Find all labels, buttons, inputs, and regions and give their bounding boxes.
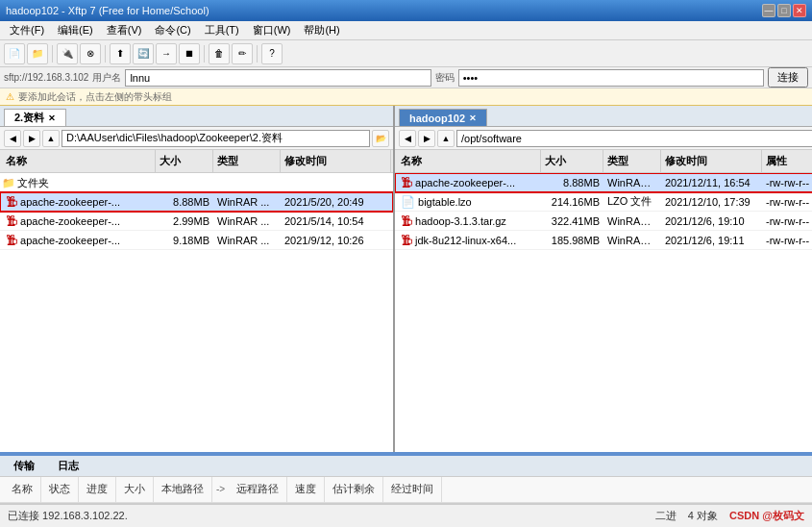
toolbar-up[interactable]: ⬆ xyxy=(110,43,131,64)
right-file-attr-1: -rw-rw-r-- xyxy=(762,196,812,208)
menu-edit[interactable]: 编辑(E) xyxy=(52,21,99,39)
transfer-col-remote-path: 远程路径 xyxy=(229,477,287,502)
address-protocol-label: sftp://192.168.3.102 xyxy=(4,72,88,83)
right-file-modified-0: 2021/12/11, 16:54 xyxy=(661,177,762,188)
menu-command[interactable]: 命令(C) xyxy=(149,21,196,39)
transfer-arrow: -> xyxy=(212,484,229,494)
left-header-name: 名称 xyxy=(2,150,156,172)
address-bar: sftp://192.168.3.102 用户名 密码 连接 xyxy=(0,67,812,88)
close-button[interactable]: ✕ xyxy=(793,4,806,17)
right-file-modified-2: 2021/12/6, 19:10 xyxy=(661,215,762,227)
left-file-name-1: 🗜 apache-zookeeper-... xyxy=(2,214,156,228)
right-tab-label: hadoop102 xyxy=(409,113,465,124)
left-file-modified-1: 2021/5/14, 10:54 xyxy=(281,215,391,227)
transfer-area: 传输 日志 名称 状态 进度 大小 本地路径 -> 远程路径 速度 估计剩余 经… xyxy=(0,454,812,504)
left-nav-up[interactable]: ▲ xyxy=(42,130,60,147)
menu-tools[interactable]: 工具(T) xyxy=(199,21,245,39)
transfer-col-speed: 速度 xyxy=(287,477,325,502)
toolbar-transfer[interactable]: → xyxy=(156,43,177,64)
toolbar-open[interactable]: 📁 xyxy=(27,43,48,64)
left-nav-back[interactable]: ◀ xyxy=(4,130,21,147)
right-header-modified: 修改时间 xyxy=(661,150,762,172)
left-file-row-0[interactable]: 🗜 apache-zookeeper-... 8.88MB WinRAR ...… xyxy=(0,192,393,212)
left-header-modified: 修改时间 xyxy=(281,150,391,172)
right-file-row-1[interactable]: 📄 bigtable.lzo 214.16MB LZO 文件 2021/12/1… xyxy=(395,192,812,212)
menu-view[interactable]: 查看(V) xyxy=(101,21,148,39)
right-file-size-3: 185.98MB xyxy=(541,235,603,246)
transfer-col-elapsed: 经过时间 xyxy=(383,477,442,502)
left-file-row-1[interactable]: 🗜 apache-zookeeper-... 2.99MB WinRAR ...… xyxy=(0,212,393,231)
toolbar: 📄 📁 🔌 ⊗ ⬆ 🔄 → ⏹ 🗑 ✏ ? xyxy=(0,40,812,67)
left-header-type: 类型 xyxy=(213,150,281,172)
notification-text: 要添加此会话，点击左侧的带头标组 xyxy=(18,90,172,104)
menu-file[interactable]: 文件(F) xyxy=(4,21,50,39)
right-file-type-0: WinRAR ... xyxy=(603,177,661,188)
right-tab-close[interactable]: ✕ xyxy=(469,113,477,123)
window-title: hadoop102 - Xftp 7 (Free for Home/School… xyxy=(6,5,209,16)
toolbar-refresh[interactable]: 🔄 xyxy=(133,43,154,64)
toolbar-separator2 xyxy=(105,45,106,63)
right-header-type: 类型 xyxy=(603,150,661,172)
left-file-icon-2: 🗜 xyxy=(6,234,17,247)
toolbar-new[interactable]: 📄 xyxy=(4,43,25,64)
toolbar-connect[interactable]: 🔌 xyxy=(57,43,78,64)
right-col-headers: 名称 大小 类型 修改时间 属性 所有者 xyxy=(395,150,812,173)
minimize-button[interactable]: — xyxy=(762,4,775,17)
right-file-icon-1: 📄 xyxy=(401,195,415,209)
right-file-attr-3: -rw-rw-r-- xyxy=(762,235,812,246)
right-file-name-1: 📄 bigtable.lzo xyxy=(397,195,541,209)
right-path-input[interactable] xyxy=(456,130,812,147)
transfer-col-size: 大小 xyxy=(116,477,154,502)
address-password-input[interactable] xyxy=(458,69,764,87)
toolbar-delete[interactable]: 🗑 xyxy=(209,43,230,64)
transfer-tab-transfer[interactable]: 传输 xyxy=(6,457,42,475)
left-file-type-1: WinRAR ... xyxy=(213,215,281,227)
left-panel-tabs: 2.资料 ✕ xyxy=(0,106,393,127)
right-nav-back[interactable]: ◀ xyxy=(399,130,416,147)
left-file-row-2[interactable]: 🗜 apache-zookeeper-... 9.18MB WinRAR ...… xyxy=(0,231,393,250)
right-file-size-0: 8.88MB xyxy=(541,177,603,188)
menu-help[interactable]: 帮助(H) xyxy=(298,21,345,39)
maximize-button[interactable]: □ xyxy=(777,4,791,17)
right-file-size-1: 214.16MB xyxy=(541,196,603,208)
toolbar-stop[interactable]: ⏹ xyxy=(179,43,200,64)
address-connect-button[interactable]: 连接 xyxy=(768,67,808,88)
notification-bar: ⚠ 要添加此会话，点击左侧的带头标组 xyxy=(0,88,812,106)
menu-window[interactable]: 窗口(W) xyxy=(247,21,297,39)
left-nav-forward[interactable]: ▶ xyxy=(23,130,40,147)
toolbar-rename[interactable]: ✏ xyxy=(232,43,253,64)
left-col-headers: 名称 大小 类型 修改时间 xyxy=(0,150,393,173)
right-tab[interactable]: hadoop102 ✕ xyxy=(399,109,487,126)
panel-right: hadoop102 ✕ ◀ ▶ ▲ 📂 名称 大小 类型 修改时间 属性 所有者… xyxy=(395,106,812,452)
right-file-type-3: WinRAR ... xyxy=(603,235,661,246)
right-file-type-1: LZO 文件 xyxy=(603,194,661,209)
toolbar-disconnect[interactable]: ⊗ xyxy=(80,43,101,64)
notification-icon: ⚠ xyxy=(6,91,14,102)
left-tab[interactable]: 2.资料 ✕ xyxy=(4,109,66,126)
left-tab-close[interactable]: ✕ xyxy=(48,113,56,123)
toolbar-separator xyxy=(52,45,53,63)
right-file-row-3[interactable]: 🗜 jdk-8u212-linux-x64... 185.98MB WinRAR… xyxy=(395,231,812,250)
right-file-row-0[interactable]: 🗜 apache-zookeeper-... 8.88MB WinRAR ...… xyxy=(395,173,812,192)
address-user-input[interactable] xyxy=(125,69,431,87)
left-file-size-2: 9.18MB xyxy=(156,235,213,246)
right-file-row-2[interactable]: 🗜 hadoop-3.1.3.tar.gz 322.41MB WinRAR ..… xyxy=(395,212,812,231)
left-file-icon-1: 🗜 xyxy=(6,214,17,228)
toolbar-separator4 xyxy=(257,45,258,63)
left-folder-label: 文件夹 xyxy=(17,176,49,190)
toolbar-help[interactable]: ? xyxy=(261,43,283,64)
left-file-modified-0: 2021/5/20, 20:49 xyxy=(281,196,391,208)
title-bar: hadoop102 - Xftp 7 (Free for Home/School… xyxy=(0,0,812,21)
left-parent-folder[interactable]: 📁 文件夹 xyxy=(0,173,393,192)
watermark-csdn: CSDN @枚码文 xyxy=(729,509,804,523)
panel-left: 2.资料 ✕ ◀ ▶ ▲ 📂 名称 大小 类型 修改时间 📁 文件夹 xyxy=(0,106,395,452)
transfer-tab-log[interactable]: 日志 xyxy=(50,457,86,475)
right-nav-up[interactable]: ▲ xyxy=(437,130,455,147)
left-nav-explore[interactable]: 📂 xyxy=(372,130,389,147)
window-controls: — □ ✕ xyxy=(762,4,806,17)
right-header-attr: 属性 xyxy=(762,150,812,172)
transfer-col-name: 名称 xyxy=(4,477,41,502)
left-path-input[interactable] xyxy=(62,130,370,147)
left-nav: ◀ ▶ ▲ 📂 xyxy=(0,127,393,150)
right-nav-forward[interactable]: ▶ xyxy=(418,130,435,147)
